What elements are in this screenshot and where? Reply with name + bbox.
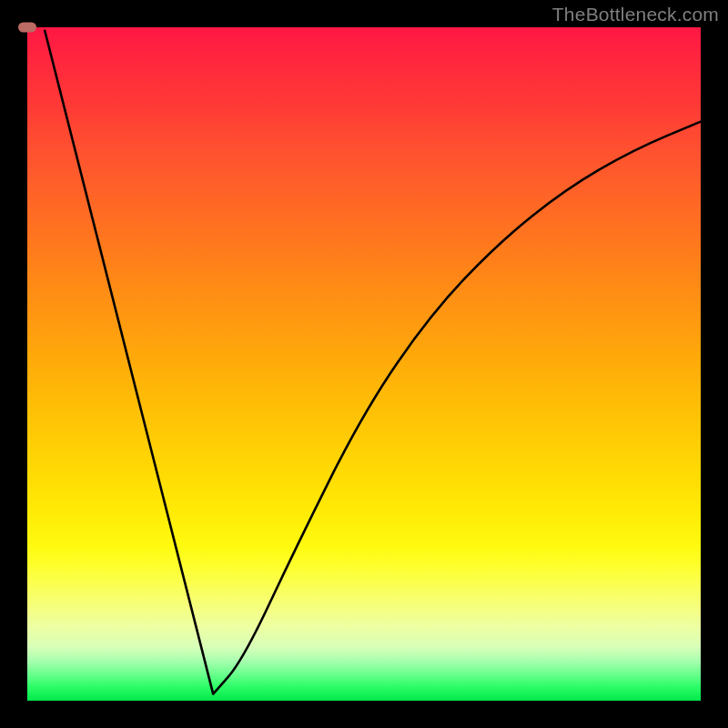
cusp-marker — [18, 23, 36, 33]
watermark-text: TheBottleneck.com — [552, 4, 719, 25]
plot-area: (function(){ const data = JSON.parse(doc… — [27, 27, 701, 701]
bottleneck-curve-path — [45, 31, 701, 694]
chart-frame: TheBottleneck.com (function(){ const dat… — [0, 0, 728, 728]
curve-svg — [27, 27, 701, 701]
